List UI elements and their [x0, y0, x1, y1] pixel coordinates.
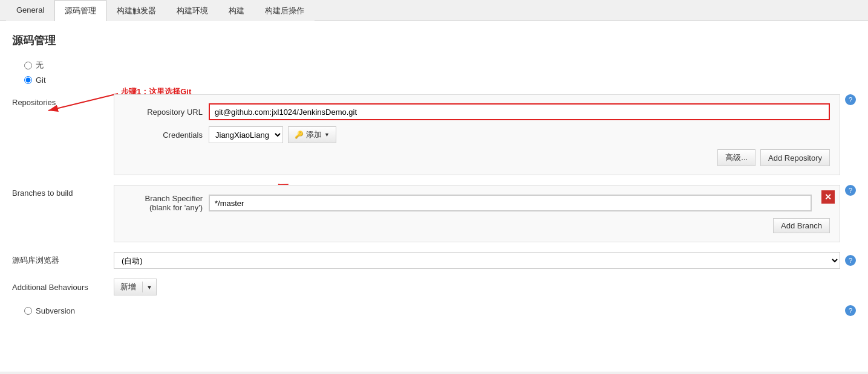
add-behaviour-arrow-icon[interactable]: ▼: [143, 284, 156, 291]
url-label: Repository URL: [124, 108, 203, 117]
credentials-row: Credentials JiangXiaoLiang - none - 🔑 添加…: [124, 126, 830, 143]
specifier-row: Branch Specifier (blank for 'any'): [124, 194, 812, 212]
page-content: 源码管理 无 Git 步骤1：这里选择Git 步骤2：这里输入GitHub仓库上…: [0, 21, 868, 372]
credentials-label: Credentials: [124, 131, 203, 140]
tab-general[interactable]: General: [6, 0, 54, 21]
add-credentials-label: 添加: [306, 129, 322, 140]
branches-help[interactable]: ?: [845, 185, 856, 196]
repo-section-actions: 高级... Add Repository: [124, 149, 830, 166]
radio-git[interactable]: [24, 76, 32, 84]
radio-git-label[interactable]: Git: [36, 76, 46, 85]
behaviours-label: Additional Behaviours: [12, 283, 109, 292]
tabs-bar: General 源码管理 构建触发器 构建环境 构建 构建后操作: [0, 0, 868, 21]
branch-specifier-input[interactable]: [209, 195, 812, 211]
branches-content: ✕ Branch Specifier (blank for 'any') Add…: [114, 185, 840, 242]
radio-none-option[interactable]: 无: [24, 60, 856, 71]
subversion-help[interactable]: ?: [845, 305, 856, 316]
specifier-label: Branch Specifier (blank for 'any'): [124, 194, 203, 212]
url-input[interactable]: [209, 103, 830, 120]
delete-branch-button[interactable]: ✕: [821, 190, 835, 204]
key-icon: 🔑: [295, 131, 304, 139]
advanced-button[interactable]: 高级...: [717, 149, 755, 166]
branches-section: Branches to build ✕ Branch Specifier (bl…: [12, 185, 856, 242]
scm-radio-group: 无 Git: [24, 60, 856, 85]
add-dropdown-arrow: ▼: [324, 132, 330, 138]
branches-label: Branches to build: [12, 185, 109, 198]
branch-actions: Add Branch: [124, 218, 830, 233]
subversion-section: Subversion ?: [24, 305, 856, 316]
repositories-label: Repositories: [12, 94, 109, 107]
radio-none-label[interactable]: 无: [36, 60, 44, 71]
radio-none[interactable]: [24, 62, 32, 69]
repositories-section: Repositories Repository URL Credentials …: [12, 94, 856, 175]
subversion-label[interactable]: Subversion: [36, 306, 75, 315]
credentials-select[interactable]: JiangXiaoLiang - none -: [209, 126, 283, 143]
source-browser-help[interactable]: ?: [845, 255, 856, 266]
radio-subversion[interactable]: [24, 307, 32, 315]
add-repository-button[interactable]: Add Repository: [760, 149, 830, 166]
tab-triggers[interactable]: 构建触发器: [106, 0, 166, 21]
repositories-help[interactable]: ?: [845, 94, 856, 105]
url-row: Repository URL: [124, 103, 830, 120]
source-browser-label: 源码库浏览器: [12, 255, 109, 266]
tab-build[interactable]: 构建: [218, 0, 255, 21]
add-behaviour-button[interactable]: 新增 ▼: [114, 279, 157, 295]
radio-git-option[interactable]: Git: [24, 76, 856, 85]
add-credentials-button[interactable]: 🔑 添加 ▼: [288, 126, 336, 143]
tab-post-build[interactable]: 构建后操作: [255, 0, 315, 21]
behaviours-section: Additional Behaviours 新增 ▼: [12, 279, 856, 295]
credentials-controls: JiangXiaoLiang - none - 🔑 添加 ▼: [209, 126, 336, 143]
source-browser-select[interactable]: (自动): [114, 252, 840, 269]
add-behaviour-label[interactable]: 新增: [114, 282, 143, 292]
repositories-content: Repository URL Credentials JiangXiaoLian…: [114, 94, 840, 175]
tab-source[interactable]: 源码管理: [54, 0, 106, 21]
add-branch-button[interactable]: Add Branch: [773, 218, 830, 233]
source-browser-section: 源码库浏览器 (自动) ?: [12, 252, 856, 269]
tab-environment[interactable]: 构建环境: [166, 0, 218, 21]
page-title: 源码管理: [12, 33, 856, 48]
